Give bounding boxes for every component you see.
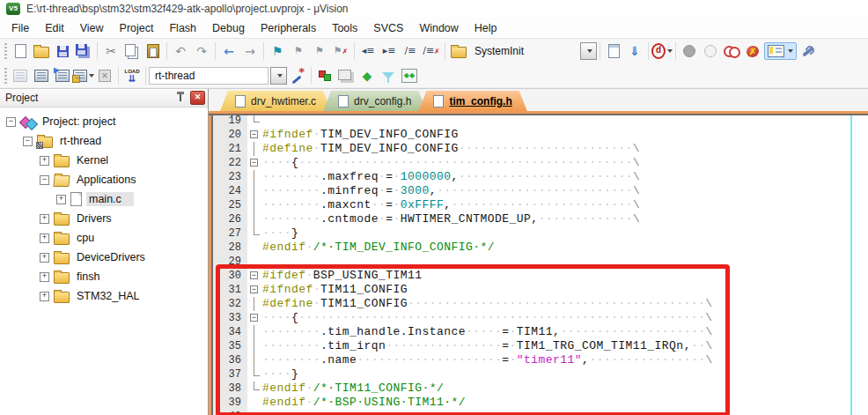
stop-build-button[interactable]: ✕ [94, 66, 115, 85]
line-number[interactable]: 20 [213, 128, 247, 142]
code-text[interactable]: ····} [262, 367, 868, 382]
fold-collapse-icon[interactable]: − [250, 271, 258, 279]
fold-margin[interactable]: − [247, 311, 262, 325]
menu-view[interactable]: View [72, 19, 112, 37]
line-number[interactable]: 30 [213, 269, 247, 283]
fold-margin[interactable]: − [247, 283, 262, 297]
tab-drv_hwtimer-c[interactable]: drv_hwtimer.c [220, 91, 331, 111]
batch-build-button[interactable] [73, 66, 94, 85]
code-text[interactable]: ········.name····················=·"time… [262, 353, 868, 367]
code-text[interactable]: ····{···································… [262, 156, 868, 170]
target-select-dropdown[interactable] [270, 67, 287, 85]
fold-margin[interactable] [247, 297, 262, 311]
code-text[interactable]: #ifdef·BSP_USING_TIM11 [262, 269, 868, 283]
tree-item-rt-thread[interactable]: −rt-thread [0, 131, 208, 151]
line-number[interactable]: 31 [213, 283, 247, 297]
line-number[interactable]: 25 [213, 198, 247, 212]
expand-toggle-icon[interactable]: + [40, 214, 49, 224]
fold-margin[interactable] [247, 255, 262, 269]
expand-toggle-icon[interactable]: − [23, 137, 33, 146]
line-number[interactable]: 33 [213, 311, 247, 325]
fold-margin[interactable] [247, 170, 262, 184]
line-number[interactable]: 23 [213, 170, 247, 184]
debug-search-button[interactable]: d [651, 41, 673, 61]
line-number[interactable]: 40 [213, 410, 247, 415]
code-text[interactable]: #define·TIM_DEV_INFO_CONFIG·············… [262, 142, 868, 156]
target-select[interactable]: rt-thread [149, 67, 268, 85]
fold-margin[interactable] [247, 396, 262, 410]
menu-file[interactable]: File [4, 19, 37, 37]
translate-file-button[interactable] [10, 66, 31, 85]
close-panel-button[interactable]: ✕ [190, 91, 205, 105]
fold-margin[interactable] [247, 353, 262, 367]
goto-definition-button[interactable]: ⇓ [624, 41, 645, 61]
code-text[interactable]: #endif·/*·TIM11_CONFIG·*/ [262, 382, 868, 396]
menu-flash[interactable]: Flash [161, 19, 204, 37]
download-flash-button[interactable]: LOAD⇊ [121, 66, 143, 85]
breakpoint-toggle-button[interactable] [679, 41, 700, 61]
expand-toggle-icon[interactable]: + [40, 292, 49, 301]
navigate-forward-button[interactable]: → [239, 41, 261, 61]
pin-icon[interactable] [173, 92, 188, 105]
tree-item-devicedrivers[interactable]: +DeviceDrivers [0, 248, 208, 267]
save-button[interactable] [52, 41, 73, 61]
code-text[interactable]: ········.cntmode·=·HWTIMER_CNTMODE_UP,··… [262, 212, 868, 226]
bookmark-clear-all-button[interactable]: ⚑✗ [330, 41, 351, 61]
line-number[interactable]: 35 [213, 339, 247, 353]
file-extensions-button[interactable] [378, 66, 399, 85]
software-packs-button[interactable]: ◆ [357, 66, 378, 85]
expand-toggle-icon[interactable]: + [56, 195, 66, 204]
fold-margin[interactable]: − [247, 128, 262, 142]
expand-toggle-icon[interactable]: + [40, 156, 49, 166]
manage-project-items-button[interactable] [314, 66, 335, 85]
line-number[interactable]: 39 [213, 396, 247, 410]
code-text[interactable]: ········.tim_handle.Instance·····=·TIM11… [262, 325, 868, 339]
line-number[interactable]: 32 [213, 297, 247, 311]
line-number[interactable]: 21 [213, 142, 247, 156]
function-select-dropdown[interactable] [580, 42, 597, 60]
indent-button[interactable]: ▸≡ [379, 41, 400, 61]
expand-toggle-icon[interactable]: − [40, 175, 49, 185]
code-text[interactable]: #define·TIM11_CONFIG····················… [262, 297, 868, 311]
tree-item-applications[interactable]: −Applications [0, 170, 208, 189]
tree-item-cpu[interactable]: +cpu [0, 228, 208, 248]
save-all-button[interactable] [73, 41, 94, 61]
code-text[interactable]: ········.minfreq·=·3000,················… [262, 184, 868, 198]
menu-svcs[interactable]: SVCS [365, 19, 411, 37]
line-number[interactable]: 22 [213, 156, 247, 170]
menu-help[interactable]: Help [467, 19, 505, 37]
code-text[interactable]: #ifndef·TIM11_CONFIG [262, 283, 868, 297]
expand-toggle-icon[interactable]: − [6, 117, 16, 127]
fold-margin[interactable] [247, 367, 262, 382]
code-text[interactable]: ····{···································… [262, 311, 868, 325]
line-number[interactable]: 38 [213, 382, 247, 396]
line-number[interactable]: 37 [213, 367, 247, 382]
fold-margin[interactable] [247, 382, 262, 396]
menu-tools[interactable]: Tools [324, 19, 365, 37]
fold-margin[interactable] [247, 241, 262, 255]
fold-margin[interactable] [247, 142, 262, 156]
line-number[interactable]: 34 [213, 325, 247, 339]
fold-margin[interactable] [247, 226, 262, 241]
breakpoint-kill-all-button[interactable]: ✗ [742, 41, 763, 61]
new-file-button[interactable] [10, 41, 31, 61]
undo-button[interactable]: ↶ [170, 41, 191, 61]
build-button[interactable] [31, 66, 52, 85]
fold-margin[interactable] [247, 212, 262, 226]
breakpoint-enable-button[interactable] [700, 41, 721, 61]
expand-toggle-icon[interactable]: + [40, 233, 49, 243]
expand-toggle-icon[interactable]: + [40, 253, 49, 263]
line-number[interactable]: 24 [213, 184, 247, 198]
tree-item-kernel[interactable]: +Kernel [0, 151, 208, 170]
breakpoint-disable-all-button[interactable] [721, 41, 742, 61]
fold-margin[interactable] [247, 410, 262, 415]
navigate-back-button[interactable]: ← [218, 41, 239, 61]
fold-margin[interactable]: − [247, 269, 262, 283]
fold-collapse-icon[interactable]: − [250, 314, 258, 322]
line-number[interactable]: 27 [213, 226, 247, 241]
function-select[interactable]: SystemInit [474, 45, 578, 57]
code-text[interactable]: ········.maxcnt··=·0xFFFF,··············… [262, 198, 868, 212]
code-text[interactable]: #endif·/*·BSP·USING·TIM11·*/ [262, 396, 868, 410]
redo-button[interactable]: ↷ [191, 41, 212, 61]
comment-selection-button[interactable]: /≡ [400, 41, 421, 61]
